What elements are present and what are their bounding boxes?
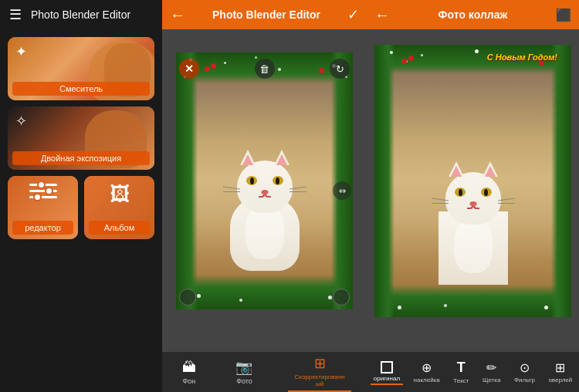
blender-icon: ✦ [15, 43, 27, 60]
adjust-right-handle[interactable]: ⇔ [333, 181, 351, 200]
right-title: Фото коллаж [438, 8, 508, 21]
right-toolbar-original[interactable]: оригинал [371, 360, 403, 385]
toolbar-adjusted[interactable]: ⊞ Скорректированн ый [288, 352, 351, 392]
bottom-cards-row: редактор 🖼 Альбом [8, 176, 154, 239]
double-exp-icon: ✧ [15, 113, 27, 130]
app-title-left: Photo Blender Editor [31, 8, 130, 21]
filter-label: Фильтр [514, 377, 535, 384]
original-label: оригинал [374, 375, 400, 382]
center-confirm-button[interactable]: ✓ [347, 6, 359, 23]
right-back-button[interactable]: ← [374, 6, 390, 24]
sticker-icon: ⊕ [422, 360, 432, 375]
center-photo-bg: 🗑 ↻ ✕ ⇔ [162, 29, 367, 352]
text-icon: T [457, 360, 466, 376]
refresh-button-overlay[interactable]: ↻ [330, 59, 350, 79]
center-panel: ← Photo Blender Editor ✓ [162, 0, 367, 392]
double-exp-card[interactable]: ✧ Двойная экспозиция [8, 106, 154, 170]
adjusted-icon: ⊞ [314, 355, 326, 372]
center-toolbar: 🏔 Фон 📷 Фото ⊞ Скорректированн ый [162, 352, 367, 392]
toolbar-photo[interactable]: 📷 Фото [231, 356, 257, 388]
right-toolbar-overlay[interactable]: ⊞ оверлей [545, 359, 575, 385]
album-card[interactable]: 🖼 Альбом [84, 176, 154, 239]
editor-card[interactable]: редактор [8, 176, 78, 239]
right-toolbar: оригинал ⊕ наклейка T Текст ✏ Щетка ⊙ Фи… [367, 352, 579, 392]
right-canvas: С Новым Годом! [367, 29, 579, 352]
left-content: ✦ Смеситель ✧ Двойная экспозиция [0, 29, 162, 392]
toolbar-background[interactable]: 🏔 Фон [178, 357, 201, 388]
right-header: ← Фото коллаж ⬛ [367, 0, 579, 29]
photo-label: Фото [236, 377, 252, 385]
right-toolbar-brush[interactable]: ✏ Щетка [479, 359, 503, 385]
brush-icon: ✏ [486, 360, 496, 375]
bottom-left-control[interactable] [179, 289, 196, 306]
blender-card[interactable]: ✦ Смеситель [8, 37, 154, 100]
right-share-button[interactable]: ⬛ [556, 8, 571, 22]
right-panel: ← Фото коллаж ⬛ [367, 0, 579, 392]
double-exp-label: Двойная экспозиция [12, 151, 150, 165]
right-toolbar-filter[interactable]: ⊙ Фильтр [511, 359, 538, 385]
original-icon [381, 361, 393, 373]
album-label: Альбом [89, 221, 150, 235]
right-toolbar-text[interactable]: T Текст [450, 358, 472, 386]
background-icon: 🏔 [182, 360, 196, 376]
center-header: ← Photo Blender Editor ✓ [162, 0, 367, 29]
bottom-right-control[interactable] [333, 289, 350, 306]
adjusted-label: Скорректированн ый [293, 373, 347, 387]
overlay-icon: ⊞ [555, 360, 565, 375]
center-title: Photo Blender Editor [212, 8, 320, 21]
left-header: ☰ Photo Blender Editor [0, 0, 162, 29]
sticker-label: наклейка [414, 377, 440, 384]
right-toolbar-sticker[interactable]: ⊕ наклейка [411, 359, 443, 385]
background-label: Фон [182, 377, 195, 385]
right-photo-bg: С Новым Годом! [367, 29, 579, 352]
text-label: Текст [453, 377, 469, 384]
overlay-label: оверлей [548, 377, 572, 384]
blender-label: Смеситель [12, 82, 150, 96]
menu-icon[interactable]: ☰ [9, 6, 22, 23]
left-panel: ☰ Photo Blender Editor ✦ Смеситель ✧ Дво… [0, 0, 162, 392]
ny-text-overlay: С Новым Годом! [487, 52, 557, 62]
photo-icon: 📷 [235, 359, 252, 376]
close-button-overlay[interactable]: ✕ [179, 59, 199, 79]
center-back-button[interactable]: ← [170, 6, 185, 24]
editor-label: редактор [12, 221, 73, 235]
brush-label: Щетка [482, 377, 500, 384]
filter-icon: ⊙ [520, 360, 530, 375]
delete-button-overlay[interactable]: 🗑 [255, 59, 275, 79]
center-canvas: 🗑 ↻ ✕ ⇔ [162, 29, 367, 352]
